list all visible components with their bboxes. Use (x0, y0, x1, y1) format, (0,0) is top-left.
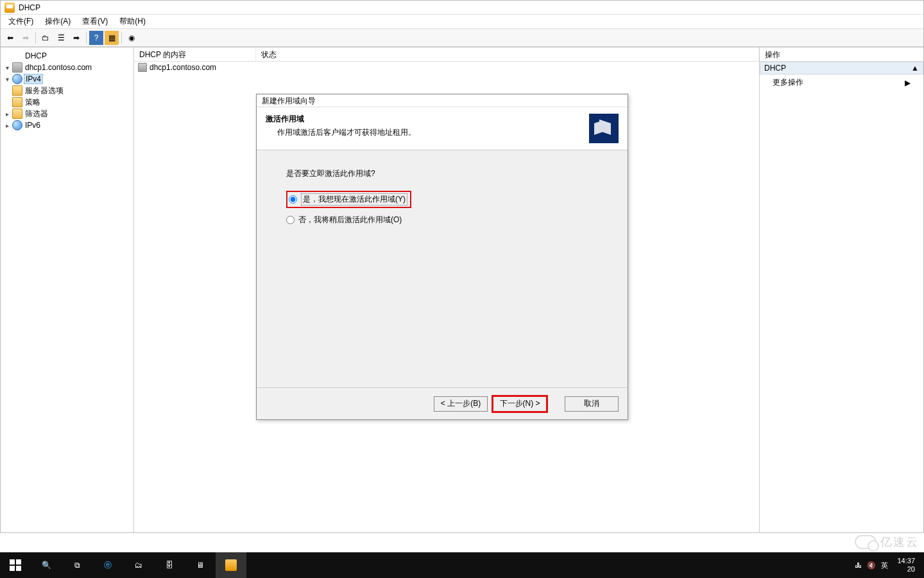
taskbar: 🔍 ⧉ ⓔ 🗂 🗄 🖥 🖧 🔇 英 14:37 20 (0, 552, 924, 578)
scope-tree[interactable]: DHCP ▾dhcp1.contoso.com ▾IPv4 服务器选项 策略 ▸… (1, 48, 134, 532)
taskbar-app1-icon[interactable]: 🖥 (185, 552, 216, 578)
tree-ipv6[interactable]: IPv6 (24, 121, 42, 130)
svg-rect-0 (10, 559, 15, 565)
tree-root[interactable]: DHCP (24, 51, 48, 60)
list-item-name: dhcp1.contoso.com (150, 63, 216, 72)
task-view-icon[interactable]: ⧉ (62, 552, 92, 578)
network-icon[interactable]: 🖧 (855, 561, 862, 569)
menu-view[interactable]: 查看(V) (77, 15, 113, 28)
wizard-header: 激活作用域 作用域激活后客户端才可获得地址租用。 (257, 107, 628, 150)
tree-server-options[interactable]: 服务器选项 (24, 85, 65, 96)
new-scope-wizard-dialog: 新建作用域向导 激活作用域 作用域激活后客户端才可获得地址租用。 是否要立即激活… (256, 94, 628, 420)
wizard-footer: < 上一步(B) 下一步(N) > 取消 (257, 387, 628, 419)
tree-ipv4[interactable]: IPv4 (24, 74, 43, 84)
wizard-cancel-button[interactable]: 取消 (565, 396, 619, 412)
help-icon[interactable]: ? (89, 31, 103, 45)
watermark-logo-icon (855, 535, 877, 549)
show-hide-tree-icon[interactable]: ☰ (54, 31, 68, 45)
ie-icon[interactable]: ⓔ (92, 552, 123, 578)
wizard-titlebar: 新建作用域向导 (257, 94, 628, 107)
ipv4-icon (12, 74, 22, 84)
clock-date: 20 (897, 565, 915, 574)
menu-help[interactable]: 帮助(H) (114, 15, 151, 28)
actions-more-label: 更多操作 (773, 77, 803, 88)
radio-activate-no-label[interactable]: 否，我将稍后激活此作用域(O) (298, 215, 402, 225)
ipv6-icon (12, 120, 22, 130)
expand-icon[interactable]: ▾ (3, 64, 11, 71)
radio-activate-yes[interactable] (289, 195, 297, 204)
collapse-icon[interactable]: ▲ (911, 64, 919, 73)
menu-file[interactable]: 文件(F) (3, 15, 38, 28)
actions-section-label: DHCP (764, 64, 786, 73)
dhcp-app-icon (4, 3, 15, 13)
ime-indicator[interactable]: 英 (881, 561, 888, 570)
clock-time: 14:37 (897, 557, 915, 565)
wizard-subheading: 作用域激活后客户端才可获得地址租用。 (266, 127, 589, 138)
start-icon[interactable] (0, 552, 31, 578)
expand-icon[interactable]: ▾ (3, 76, 11, 83)
wizard-question: 是否要立即激活此作用域? (286, 168, 602, 179)
column-name[interactable]: DHCP 的内容 (134, 48, 256, 61)
server-manager-icon[interactable]: 🗄 (154, 552, 185, 578)
menu-action[interactable]: 操作(A) (40, 15, 76, 28)
tree-server[interactable]: dhcp1.contoso.com (24, 63, 93, 72)
expand-icon[interactable]: ▸ (3, 122, 11, 129)
folder-icon (12, 97, 22, 107)
actions-header: 操作 (760, 48, 923, 62)
explorer-icon[interactable]: 🗂 (123, 552, 154, 578)
server-icon (12, 62, 22, 73)
svg-rect-1 (16, 559, 21, 565)
up-icon[interactable]: 🗀 (38, 31, 53, 45)
list-item[interactable]: dhcp1.contoso.com (134, 62, 759, 73)
svg-rect-3 (16, 566, 21, 571)
actions-pane: 操作 DHCP ▲ 更多操作 ▶ (760, 48, 923, 532)
system-tray[interactable]: 🖧 🔇 英 14:37 20 (850, 557, 924, 574)
taskbar-dhcp-icon[interactable] (216, 552, 246, 578)
sound-icon[interactable]: 🔇 (867, 561, 876, 570)
taskbar-clock[interactable]: 14:37 20 (893, 557, 919, 574)
folder-icon (12, 85, 22, 96)
radio-activate-no[interactable] (286, 216, 295, 224)
dhcp-console-window: DHCP 文件(F) 操作(A) 查看(V) 帮助(H) ⬅ ➡ 🗀 ☰ ➡ ?… (0, 0, 924, 533)
server-icon (138, 63, 147, 72)
dhcp-root-icon (12, 51, 22, 61)
stop-icon[interactable]: ◉ (124, 31, 139, 45)
properties-icon[interactable]: ▦ (105, 31, 119, 45)
expand-icon[interactable]: ▸ (3, 110, 11, 118)
wizard-banner-icon (589, 114, 619, 143)
export-list-icon[interactable]: ➡ (69, 31, 83, 45)
console-titlebar: DHCP (1, 1, 923, 15)
list-header: DHCP 的内容 状态 (134, 48, 759, 62)
back-icon[interactable]: ⬅ (3, 31, 17, 45)
console-title: DHCP (19, 3, 40, 12)
folder-icon (12, 109, 22, 119)
actions-section[interactable]: DHCP ▲ (760, 62, 923, 74)
wizard-heading: 激活作用域 (266, 114, 589, 125)
highlight-activate-yes: 是，我想现在激活此作用域(Y) (286, 191, 411, 208)
wizard-body: 是否要立即激活此作用域? 是，我想现在激活此作用域(Y) 否，我将稍后激活此作用… (257, 150, 628, 387)
wizard-back-button[interactable]: < 上一步(B) (434, 396, 488, 412)
forward-icon[interactable]: ➡ (19, 31, 33, 45)
tree-filters[interactable]: 筛选器 (24, 109, 49, 119)
actions-more[interactable]: 更多操作 ▶ (760, 74, 923, 91)
svg-rect-2 (10, 566, 15, 571)
menu-bar: 文件(F) 操作(A) 查看(V) 帮助(H) (1, 15, 923, 29)
chevron-right-icon: ▶ (905, 78, 911, 87)
column-state[interactable]: 状态 (256, 48, 759, 61)
radio-activate-yes-label[interactable]: 是，我想现在激活此作用域(Y) (301, 193, 407, 206)
search-icon[interactable]: 🔍 (31, 552, 62, 578)
toolbar: ⬅ ➡ 🗀 ☰ ➡ ? ▦ ◉ (1, 29, 923, 47)
watermark-text: 亿速云 (880, 534, 919, 550)
tree-policies[interactable]: 策略 (24, 97, 42, 108)
wizard-next-button[interactable]: 下一步(N) > (493, 396, 547, 412)
result-pane: DHCP 的内容 状态 dhcp1.contoso.com 新建作用域向导 激活… (134, 48, 760, 532)
watermark: 亿速云 (855, 534, 919, 550)
